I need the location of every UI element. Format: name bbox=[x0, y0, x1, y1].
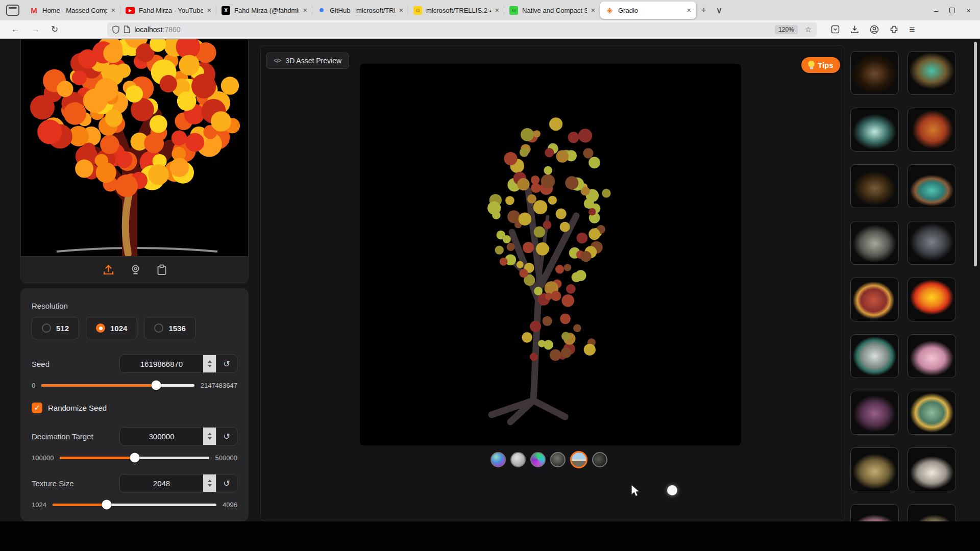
resolution-option-1024[interactable]: 1024 bbox=[86, 317, 137, 339]
gallery-item-steampunk-engine[interactable] bbox=[908, 51, 956, 95]
texture-size-spinner[interactable] bbox=[203, 474, 216, 492]
decimation-number-input[interactable]: 300000 ↺ bbox=[119, 427, 237, 445]
3d-viewport[interactable] bbox=[360, 64, 741, 445]
sidebar-icon[interactable] bbox=[831, 25, 840, 34]
tips-label: Tips bbox=[818, 61, 834, 69]
texture-size-number-input[interactable]: 2048 ↺ bbox=[119, 474, 237, 492]
texture-size-slider-handle[interactable] bbox=[102, 500, 111, 510]
spin-down-icon[interactable] bbox=[208, 437, 212, 440]
new-tab-button[interactable]: + bbox=[696, 3, 712, 18]
tab-close-icon[interactable]: × bbox=[303, 6, 307, 14]
gallery-item-mech-figure[interactable] bbox=[850, 51, 899, 95]
tab-3d-asset-preview[interactable]: </> 3D Asset Preview bbox=[266, 53, 349, 69]
gallery-item-halloween-gravestone[interactable] bbox=[850, 391, 899, 435]
seed-spinner[interactable] bbox=[203, 355, 216, 372]
mouse-cursor bbox=[629, 484, 642, 498]
page-scrollbar[interactable] bbox=[974, 42, 977, 266]
env-colorful-rainbow[interactable] bbox=[530, 452, 546, 467]
randomize-seed-checkbox[interactable]: ✓ bbox=[32, 403, 42, 413]
reload-button[interactable]: ↻ bbox=[51, 24, 58, 35]
clipboard-icon[interactable] bbox=[157, 264, 167, 276]
back-button[interactable]: ← bbox=[11, 24, 20, 35]
gallery-item-windmill[interactable] bbox=[850, 447, 899, 491]
extensions-icon[interactable] bbox=[890, 25, 898, 34]
zoom-level-badge[interactable]: 120% bbox=[775, 25, 798, 34]
account-icon[interactable] bbox=[870, 25, 879, 34]
seed-slider-track[interactable] bbox=[41, 384, 194, 387]
tab-huggingface-trellis[interactable]: ☺ microsoft/TRELLIS.2-4B × bbox=[408, 0, 504, 20]
tab-x-profile[interactable]: X Fahd Mirza (@fahdmirza × bbox=[216, 0, 312, 20]
tab-label: microsoft/TRELLIS.2-4B bbox=[426, 7, 491, 14]
seed-slider-handle[interactable] bbox=[151, 381, 161, 390]
spin-up-icon[interactable] bbox=[208, 480, 212, 482]
minimize-button[interactable]: – bbox=[934, 6, 938, 15]
seed-number-input[interactable]: 1619866870 ↺ bbox=[119, 355, 237, 373]
texture-size-value[interactable]: 2048 bbox=[120, 474, 203, 492]
seed-value[interactable]: 1619866870 bbox=[120, 355, 203, 372]
restore-icon bbox=[949, 8, 955, 13]
env-night[interactable] bbox=[592, 452, 607, 467]
spin-down-icon[interactable] bbox=[208, 365, 212, 367]
gallery-item-delivery-motorbike[interactable] bbox=[908, 391, 956, 435]
gallery-item-ship-in-bottle[interactable] bbox=[850, 334, 899, 378]
gallery-item-dark-armor[interactable] bbox=[908, 221, 956, 265]
downloads-icon[interactable] bbox=[850, 25, 859, 34]
slider-fill bbox=[60, 457, 134, 459]
gallery-item-cartoon-turkey[interactable] bbox=[850, 278, 899, 321]
list-tabs-chevron-icon[interactable]: ∨ bbox=[712, 3, 727, 18]
env-colorful-purple[interactable] bbox=[491, 452, 506, 467]
decimation-slider-handle[interactable] bbox=[130, 453, 139, 463]
firefox-view-icon[interactable] bbox=[6, 5, 19, 16]
tab-native-compact[interactable]: ☺ Native and Compact Stru × bbox=[504, 0, 600, 20]
texture-size-slider-track[interactable] bbox=[53, 504, 216, 506]
input-image-card[interactable] bbox=[20, 39, 249, 283]
gallery-item-spider-chair[interactable] bbox=[850, 164, 899, 208]
tab-close-icon[interactable]: × bbox=[111, 6, 115, 14]
shield-icon[interactable] bbox=[112, 26, 119, 34]
tab-close-icon[interactable]: × bbox=[687, 6, 691, 14]
tab-massed-compute[interactable]: M Home - Massed Compute × bbox=[24, 0, 120, 20]
spin-up-icon[interactable] bbox=[208, 360, 212, 363]
texture-size-max: 4096 bbox=[223, 501, 237, 509]
gallery-item-fish-tank-jar[interactable] bbox=[850, 108, 899, 152]
forward-button[interactable]: → bbox=[31, 24, 40, 35]
gallery-item-pink-house[interactable] bbox=[850, 504, 899, 521]
spin-down-icon[interactable] bbox=[208, 484, 212, 487]
tips-button[interactable]: Tips bbox=[801, 57, 840, 73]
gallery-item-stone-throne[interactable] bbox=[850, 221, 899, 265]
decimation-reset-button[interactable]: ↺ bbox=[216, 428, 237, 445]
tab-youtube[interactable]: ▶ Fahd Mirza - YouTube × bbox=[120, 0, 216, 20]
tab-close-icon[interactable]: × bbox=[495, 6, 499, 14]
resolution-option-1536[interactable]: 1536 bbox=[144, 317, 195, 339]
upload-icon[interactable] bbox=[103, 264, 114, 276]
tab-close-icon[interactable]: × bbox=[591, 6, 595, 14]
url-bar[interactable]: localhost :7860 120% ☆ bbox=[107, 22, 817, 37]
webcam-icon[interactable] bbox=[130, 264, 141, 276]
tab-github-trellis[interactable]: GitHub - microsoft/TRELL × bbox=[312, 0, 408, 20]
bookmark-star-icon[interactable]: ☆ bbox=[805, 25, 812, 34]
env-sky-selected[interactable] bbox=[570, 451, 587, 468]
resolution-option-512[interactable]: 512 bbox=[32, 317, 79, 339]
radio-label: 1024 bbox=[110, 324, 127, 333]
env-studio-dark[interactable] bbox=[550, 452, 566, 467]
close-button[interactable]: × bbox=[966, 6, 971, 15]
menu-icon[interactable]: ≡ bbox=[909, 24, 915, 35]
decimation-slider-track[interactable] bbox=[60, 457, 209, 459]
env-plain-gray[interactable] bbox=[510, 452, 526, 467]
restore-button[interactable] bbox=[949, 8, 955, 13]
spin-up-icon[interactable] bbox=[208, 433, 212, 435]
tab-close-icon[interactable]: × bbox=[399, 6, 403, 14]
decimation-spinner[interactable] bbox=[203, 428, 216, 445]
tab-gradio-active[interactable]: ◈ Gradio × bbox=[600, 2, 696, 19]
decimation-value[interactable]: 300000 bbox=[120, 428, 203, 445]
gallery-item-pink-dress-doll[interactable] bbox=[908, 334, 956, 378]
gallery-item-autumn-maple-tree[interactable] bbox=[908, 278, 956, 321]
seed-reset-button[interactable]: ↺ bbox=[216, 355, 237, 372]
gallery-item-island-diorama[interactable] bbox=[908, 164, 956, 208]
radio-label: 1536 bbox=[168, 324, 185, 333]
gallery-item-flower-pot[interactable] bbox=[908, 447, 956, 491]
texture-size-reset-button[interactable]: ↺ bbox=[216, 474, 237, 492]
gallery-item-house-figurine[interactable] bbox=[908, 504, 956, 521]
tab-close-icon[interactable]: × bbox=[207, 6, 211, 14]
gallery-item-autumn-foliage[interactable] bbox=[908, 108, 956, 152]
